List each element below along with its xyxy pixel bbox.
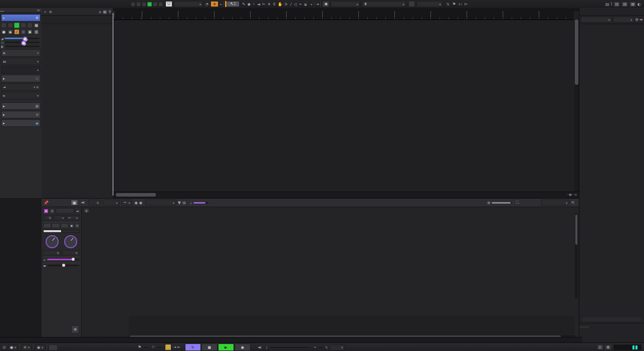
freeze-icon[interactable]: ▣ bbox=[27, 29, 33, 35]
lane-direction-dropdown[interactable]: → ▾ bbox=[66, 215, 80, 220]
dice-icon[interactable]: ⚄ bbox=[71, 325, 79, 333]
write-button[interactable] bbox=[21, 23, 26, 28]
find-track-icon[interactable]: ⚲ bbox=[108, 10, 111, 14]
auto-l-button[interactable] bbox=[142, 2, 146, 7]
input-routing-dropdown[interactable]: ⇥ ▾ ⊠ bbox=[1, 83, 41, 91]
object-selection-tool-icon[interactable]: ↖⌶ bbox=[227, 1, 240, 7]
color-tool-icon[interactable]: ⬙ bbox=[304, 2, 307, 7]
quantize-icon[interactable] bbox=[408, 1, 415, 7]
lane-mute-button[interactable]: M bbox=[44, 209, 49, 214]
preview-speaker-icon[interactable]: ◄⦂ bbox=[81, 200, 85, 205]
quantize-dropdown[interactable]: ▾ bbox=[416, 1, 443, 7]
auto-w-button[interactable] bbox=[153, 2, 157, 7]
track-preset-icon[interactable]: ▦ bbox=[103, 10, 107, 14]
dbfs-dropdown[interactable]: ▾ bbox=[613, 17, 634, 23]
auto-s-button[interactable] bbox=[136, 2, 141, 7]
setup-toolbar-icon[interactable]: ▤ bbox=[605, 2, 609, 7]
meter-settings-icon[interactable]: ⚙ bbox=[635, 18, 638, 22]
metronome-icon[interactable]: ◎ bbox=[3, 345, 6, 349]
right-zone-icon[interactable]: ⊞ bbox=[629, 2, 636, 7]
shift-left-icon[interactable]: ◆ bbox=[135, 201, 138, 205]
zoom-out-icon[interactable]: ⊕ bbox=[487, 201, 491, 205]
pattern-grid-icon[interactable]: ⊞ bbox=[182, 201, 186, 205]
erase-tool-icon[interactable]: ◄ bbox=[257, 2, 260, 7]
transport-gear-icon[interactable]: ⚙ bbox=[605, 344, 611, 350]
automation-panel-icon[interactable]: ⛉ bbox=[165, 1, 172, 7]
tempo-value[interactable] bbox=[318, 346, 324, 348]
solo-button[interactable] bbox=[8, 23, 13, 28]
meter-mode-icon[interactable]: ⇹ bbox=[639, 18, 643, 22]
locator-right-icon[interactable]: ⚐ bbox=[151, 345, 155, 349]
preset-dropdown[interactable]: 🜲 ▾ bbox=[1, 58, 41, 65]
drum-icon[interactable]: ⬦ bbox=[21, 29, 26, 35]
grid-type-dropdown[interactable]: ⋕ ▾ bbox=[362, 1, 406, 7]
lane-icon[interactable]: ▥ bbox=[34, 29, 39, 35]
perf-monitor-icon[interactable]: ⎘ bbox=[597, 344, 603, 350]
tab-euclidean[interactable] bbox=[43, 230, 62, 233]
window-setup-icon[interactable]: ◐ bbox=[637, 2, 641, 7]
lane-res-dropdown[interactable]: ▾ bbox=[54, 215, 66, 220]
meter-scale-dropdown[interactable]: ▾ bbox=[581, 17, 612, 23]
record-button[interactable]: ● bbox=[235, 343, 251, 351]
step-resolution-dropdown[interactable]: ▾ bbox=[103, 200, 120, 206]
align-icon[interactable]: ⊨ bbox=[465, 2, 468, 7]
iterative-quantize-icon[interactable]: ％ bbox=[446, 2, 450, 7]
time-display[interactable] bbox=[270, 346, 311, 348]
step-count-stepper[interactable]: ⇅ bbox=[88, 200, 101, 206]
left-zone-icon[interactable]: ⊡ bbox=[613, 2, 620, 7]
mute-tool-icon[interactable]: ✕ bbox=[268, 2, 271, 7]
play-direction-dropdown[interactable]: →▾ bbox=[121, 200, 132, 206]
glue-tool-icon[interactable]: ⑂ bbox=[253, 2, 255, 7]
pre-roll-icon[interactable]: ◄⦂ bbox=[258, 345, 262, 350]
playhead[interactable] bbox=[113, 13, 113, 196]
punch-mode-dropdown[interactable]: ✛▾ bbox=[22, 344, 32, 350]
offset-slider[interactable] bbox=[47, 265, 79, 266]
auto-m-button[interactable] bbox=[131, 2, 135, 7]
edit-icon[interactable]: ℮ bbox=[459, 2, 462, 7]
split-tool-icon[interactable]: ✂ bbox=[262, 2, 266, 7]
gen-fill-icon[interactable]: ◆ bbox=[69, 223, 74, 228]
lane-steps-stepper[interactable]: ⇅ bbox=[43, 215, 53, 220]
gen-clear-icon[interactable]: ◇ bbox=[75, 223, 80, 228]
gen-4th-button[interactable] bbox=[61, 223, 69, 228]
comp-tool-icon[interactable]: ✋ bbox=[278, 2, 283, 7]
pulses-field[interactable]: ⇅ bbox=[43, 250, 61, 255]
lane-solo-button[interactable]: S bbox=[50, 209, 55, 214]
tab-loudness[interactable] bbox=[590, 326, 600, 327]
rotation-knob[interactable] bbox=[64, 235, 77, 248]
header-swing-slider[interactable] bbox=[193, 202, 208, 204]
play-tool-icon[interactable]: ◁ bbox=[294, 2, 297, 7]
listen-button[interactable] bbox=[27, 23, 33, 28]
pattern-select-dropdown[interactable]: ▾ bbox=[145, 200, 176, 206]
track-versions-section[interactable]: ▸ ▦ bbox=[1, 102, 41, 110]
volume-slider[interactable] bbox=[5, 38, 40, 39]
fit-zoom-icon[interactable]: ⛶ bbox=[516, 200, 519, 205]
pin-icon[interactable]: 📌 bbox=[44, 201, 49, 205]
auto-scroll-icon[interactable]: ⇥ bbox=[316, 2, 319, 7]
editor-content-dropdown[interactable]: ▾ bbox=[541, 200, 569, 206]
cycle-mode-dropdown[interactable]: ◉▾ bbox=[35, 344, 45, 350]
tab-master[interactable] bbox=[579, 326, 590, 327]
snap-icon[interactable]: ✖ bbox=[322, 1, 329, 7]
auto-a-button[interactable] bbox=[158, 2, 163, 7]
time-format-icon[interactable]: ♩ bbox=[266, 345, 268, 349]
editor-zoom-slider[interactable] bbox=[492, 202, 512, 204]
vertical-scrollbar[interactable] bbox=[574, 20, 579, 198]
automation-mode-dropdown[interactable]: ▾ bbox=[174, 1, 203, 7]
tab-inspector[interactable] bbox=[0, 9, 4, 12]
rotation-field[interactable]: ⇅ bbox=[62, 250, 80, 255]
tab-randomization[interactable] bbox=[62, 230, 80, 233]
note-icon[interactable]: ♪ bbox=[14, 29, 20, 35]
add-track-icon[interactable]: ＋ bbox=[43, 9, 47, 15]
sound-preview-icon[interactable]: ◄⦂ bbox=[75, 209, 80, 213]
pattern-event-dropdown[interactable]: ⧉ ▾ bbox=[1, 49, 41, 57]
qc-section[interactable]: ▸ ◉ bbox=[1, 119, 41, 127]
snap-type-dropdown[interactable]: ▾ bbox=[331, 1, 360, 7]
mute-button[interactable] bbox=[1, 23, 7, 28]
inspector-menu-icon[interactable]: ≡ bbox=[37, 8, 40, 13]
lower-zone-icon[interactable]: ⊟ bbox=[621, 2, 628, 7]
track-gear-icon[interactable]: ⚙ bbox=[36, 16, 39, 20]
locator-left-icon[interactable]: ⚑ bbox=[138, 345, 141, 349]
timeline-ruler[interactable] bbox=[113, 11, 574, 20]
auto-r-button[interactable] bbox=[147, 2, 152, 7]
